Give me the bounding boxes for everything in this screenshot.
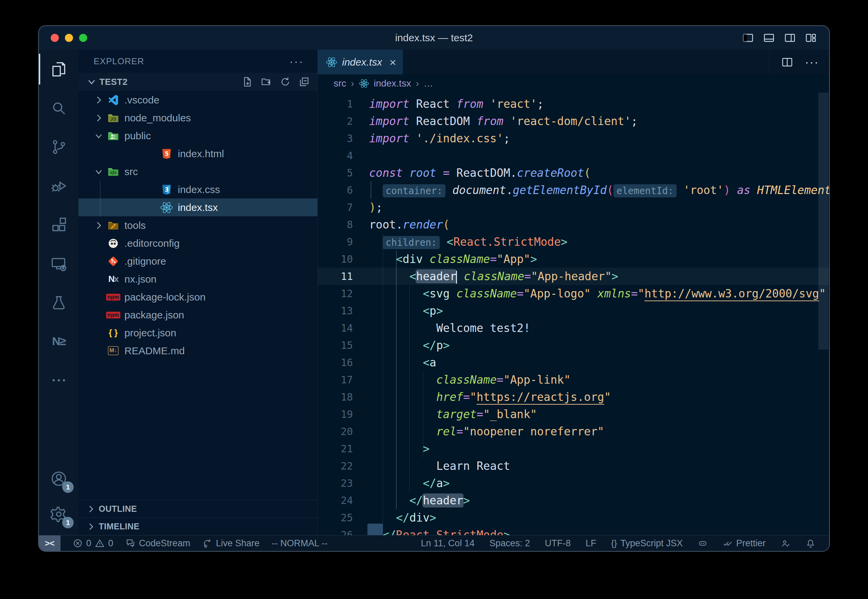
svg-text:3: 3 <box>165 186 168 193</box>
code-line-9[interactable]: 9 children: <React.StrictMode> <box>318 233 829 250</box>
markdown-file-icon: M↓ <box>107 345 120 357</box>
code-line-24[interactable]: 24 </header> <box>318 492 829 509</box>
code-text: <header className="App-header"> <box>369 268 618 285</box>
live-share-status[interactable]: Live Share <box>203 538 260 549</box>
code-line-2[interactable]: 2import ReactDOM from 'react-dom/client'… <box>318 113 829 130</box>
code-line-26[interactable]: 26 </React.StrictMode> <box>318 526 829 535</box>
vim-mode-indicator[interactable]: -- NORMAL -- <box>272 538 328 549</box>
close-window-button[interactable] <box>51 34 59 42</box>
activity-bar-item-explorer[interactable] <box>39 50 78 89</box>
chevron-right-icon <box>86 504 96 514</box>
language-mode[interactable]: {} TypeScript JSX <box>611 538 683 549</box>
activity-bar-item-search[interactable] <box>39 89 78 128</box>
project-section-header[interactable]: TEST2 <box>78 73 317 91</box>
codestream-status[interactable]: CodeStream <box>125 538 190 549</box>
customize-layout-icon[interactable] <box>805 32 817 44</box>
breadcrumb-file[interactable]: index.tsx <box>374 78 411 89</box>
tree-item--gitignore[interactable]: .gitignore <box>78 252 317 270</box>
activity-bar-item-more-views[interactable] <box>39 361 78 400</box>
gutter-marker <box>367 524 383 535</box>
remote-indicator[interactable]: >< <box>39 536 60 551</box>
tree-item-nx-json[interactable]: Nxnx.json <box>78 270 317 288</box>
activity-bar-item-testing[interactable] <box>39 283 78 322</box>
toggle-panel-icon[interactable] <box>763 32 775 44</box>
tree-item--editorconfig[interactable]: .editorconfig <box>78 234 317 252</box>
problems-status[interactable]: 0 0 <box>73 538 113 549</box>
new-folder-icon[interactable] <box>260 76 272 87</box>
activity-bar-item-extensions[interactable] <box>39 205 78 244</box>
activity-bar-item-remote-explorer[interactable] <box>39 244 78 283</box>
tree-item-tools[interactable]: tools <box>78 216 317 234</box>
tree-item-node-modules[interactable]: JSnode_modules <box>78 109 317 127</box>
tree-item-src[interactable]: </>src <box>78 163 317 181</box>
minimize-window-button[interactable] <box>65 34 73 42</box>
code-line-22[interactable]: 22 Learn React <box>318 458 829 475</box>
tab-index-tsx[interactable]: index.tsx × <box>318 50 403 74</box>
breadcrumb-symbol[interactable]: … <box>424 78 433 89</box>
code-line-19[interactable]: 19 target="_blank" <box>318 406 829 423</box>
code-line-18[interactable]: 18 href="https://reactjs.org" <box>318 388 829 406</box>
cursor-position[interactable]: Ln 11, Col 14 <box>421 538 475 549</box>
code-line-8[interactable]: 8root.render( <box>318 216 829 233</box>
code-line-14[interactable]: 14 Welcome test2! <box>318 319 829 337</box>
tree-item-index-css[interactable]: 3index.css <box>78 181 317 199</box>
new-file-icon[interactable] <box>242 76 253 87</box>
timeline-section[interactable]: TIMELINE <box>78 518 317 535</box>
code-line-20[interactable]: 20 rel="noopener noreferrer" <box>318 423 829 440</box>
activity-bar-item-source-control[interactable] <box>39 128 78 166</box>
activity-bar-item-nx-console[interactable]: N≥ <box>39 322 78 361</box>
code-line-10[interactable]: 10 <div className="App"> <box>318 250 829 268</box>
code-line-25[interactable]: 25 </div> <box>318 509 829 526</box>
code-line-21[interactable]: 21 > <box>318 440 829 458</box>
copilot-icon <box>698 538 708 548</box>
breadcrumb-folder[interactable]: src <box>334 78 346 89</box>
encoding-setting[interactable]: UTF-8 <box>545 538 571 549</box>
code-line-7[interactable]: 7); <box>318 199 829 216</box>
code-editor[interactable]: 1import React from 'react';2import React… <box>318 93 829 535</box>
line-number: 18 <box>318 388 353 406</box>
toggle-secondary-sidebar-icon[interactable] <box>784 32 796 44</box>
code-line-1[interactable]: 1import React from 'react'; <box>318 95 829 113</box>
tree-item-readme-md[interactable]: M↓README.md <box>78 342 317 360</box>
activity-bar-item-run-debug[interactable] <box>39 166 78 205</box>
split-editor-icon[interactable] <box>781 56 793 68</box>
code-line-15[interactable]: 15 </p> <box>318 337 829 354</box>
editorconfig-file-icon <box>107 237 120 250</box>
code-line-11[interactable]: 11 <header className="App-header"> <box>318 268 829 285</box>
title-bar[interactable]: index.tsx — test2 <box>39 26 829 50</box>
code-line-13[interactable]: 13 <p> <box>318 302 829 319</box>
code-line-3[interactable]: 3import './index.css'; <box>318 130 829 147</box>
code-line-23[interactable]: 23 </a> <box>318 475 829 492</box>
tree-item-project-json[interactable]: { }project.json <box>78 324 317 342</box>
maximize-window-button[interactable] <box>79 34 87 42</box>
indentation-setting[interactable]: Spaces: 2 <box>489 538 530 549</box>
explorer-more-actions-icon[interactable]: ··· <box>289 55 304 68</box>
tree-item-public[interactable]: public <box>78 127 317 144</box>
outline-section[interactable]: OUTLINE <box>78 500 317 518</box>
copilot-status[interactable] <box>698 538 708 548</box>
code-line-12[interactable]: 12 <svg className="App-logo" xmlns="http… <box>318 285 829 302</box>
notifications-status[interactable] <box>805 538 815 548</box>
tree-item--vscode[interactable]: .vscode <box>78 91 317 109</box>
code-line-6[interactable]: 6 container: document.getElementById(ele… <box>318 182 829 199</box>
tree-item-index-html[interactable]: 5index.html <box>78 144 317 163</box>
tree-item-package-lock-json[interactable]: npmpackage-lock.json <box>78 288 317 306</box>
editor-more-actions-icon[interactable]: ··· <box>805 55 819 69</box>
tree-item-package-json[interactable]: npmpackage.json <box>78 306 317 324</box>
collapse-all-icon[interactable] <box>298 76 310 87</box>
code-line-5[interactable]: 5const root = ReactDOM.createRoot( <box>318 164 829 182</box>
code-line-16[interactable]: 16 <a <box>318 354 829 371</box>
code-line-17[interactable]: 17 className="App-link" <box>318 371 829 388</box>
code-text: <div className="App"> <box>369 250 537 268</box>
refresh-icon[interactable] <box>280 76 291 87</box>
tree-item-index-tsx[interactable]: index.tsx <box>78 199 317 216</box>
accessibility-status[interactable] <box>781 538 791 548</box>
activity-bar-item-accounts[interactable]: 1 <box>39 461 78 496</box>
editor-scrollbar[interactable] <box>818 93 829 349</box>
eol-setting[interactable]: LF <box>586 538 597 549</box>
code-line-4[interactable]: 4 <box>318 147 829 164</box>
toggle-sidebar-icon[interactable] <box>742 32 754 44</box>
formatter-status[interactable]: Prettier <box>723 538 766 549</box>
activity-bar-item-settings[interactable]: 1 <box>39 496 78 532</box>
close-tab-icon[interactable]: × <box>390 56 396 68</box>
